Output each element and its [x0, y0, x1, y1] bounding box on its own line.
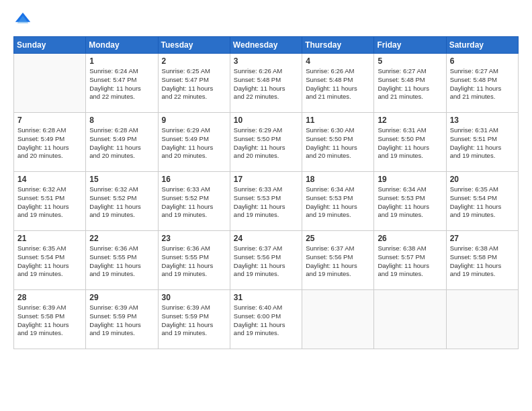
weekday-header: Thursday — [302, 37, 374, 54]
calendar-cell: 8Sunrise: 6:28 AMSunset: 5:49 PMDaylight… — [86, 113, 158, 172]
cell-info: Sunrise: 6:38 AMSunset: 5:58 PMDaylight:… — [450, 244, 515, 279]
cell-info: Sunrise: 6:36 AMSunset: 5:55 PMDaylight:… — [89, 244, 154, 279]
calendar-cell: 30Sunrise: 6:39 AMSunset: 5:59 PMDayligh… — [158, 290, 230, 349]
day-number: 25 — [306, 234, 370, 243]
calendar-cell: 17Sunrise: 6:33 AMSunset: 5:53 PMDayligh… — [230, 172, 302, 231]
calendar-cell: 25Sunrise: 6:37 AMSunset: 5:56 PMDayligh… — [302, 231, 374, 290]
cell-info: Sunrise: 6:39 AMSunset: 5:59 PMDaylight:… — [89, 304, 154, 338]
cell-info: Sunrise: 6:34 AMSunset: 5:53 PMDaylight:… — [306, 185, 370, 220]
day-number: 8 — [89, 116, 154, 125]
cell-info: Sunrise: 6:33 AMSunset: 5:52 PMDaylight:… — [162, 185, 226, 220]
cell-info: Sunrise: 6:35 AMSunset: 5:54 PMDaylight:… — [17, 244, 82, 279]
calendar-cell: 9Sunrise: 6:29 AMSunset: 5:49 PMDaylight… — [158, 113, 230, 172]
calendar-cell: 16Sunrise: 6:33 AMSunset: 5:52 PMDayligh… — [158, 172, 230, 231]
header — [13, 11, 519, 30]
day-number: 15 — [89, 175, 154, 184]
day-number: 17 — [234, 175, 298, 184]
cell-info: Sunrise: 6:31 AMSunset: 5:50 PMDaylight:… — [378, 126, 442, 161]
day-number: 3 — [234, 56, 298, 66]
cell-info: Sunrise: 6:32 AMSunset: 5:52 PMDaylight:… — [89, 185, 154, 220]
day-number: 30 — [162, 293, 226, 302]
cell-info: Sunrise: 6:33 AMSunset: 5:53 PMDaylight:… — [234, 185, 298, 220]
cell-info: Sunrise: 6:31 AMSunset: 5:51 PMDaylight:… — [450, 126, 515, 161]
calendar-week-row: 1Sunrise: 6:24 AMSunset: 5:47 PMDaylight… — [14, 54, 519, 113]
day-number: 11 — [306, 116, 370, 125]
calendar-cell: 23Sunrise: 6:36 AMSunset: 5:55 PMDayligh… — [158, 231, 230, 290]
day-number: 7 — [17, 116, 82, 125]
calendar-cell: 1Sunrise: 6:24 AMSunset: 5:47 PMDaylight… — [86, 54, 158, 113]
day-number: 31 — [234, 293, 298, 302]
weekday-header: Monday — [86, 37, 158, 54]
calendar-cell: 15Sunrise: 6:32 AMSunset: 5:52 PMDayligh… — [86, 172, 158, 231]
calendar-cell: 21Sunrise: 6:35 AMSunset: 5:54 PMDayligh… — [14, 231, 86, 290]
cell-info: Sunrise: 6:30 AMSunset: 5:50 PMDaylight:… — [306, 126, 370, 161]
cell-info: Sunrise: 6:38 AMSunset: 5:57 PMDaylight:… — [378, 244, 442, 279]
weekday-row: SundayMondayTuesdayWednesdayThursdayFrid… — [14, 37, 519, 54]
calendar-week-row: 21Sunrise: 6:35 AMSunset: 5:54 PMDayligh… — [14, 231, 519, 290]
day-number: 28 — [17, 293, 82, 302]
cell-info: Sunrise: 6:34 AMSunset: 5:53 PMDaylight:… — [378, 185, 442, 220]
calendar-cell: 13Sunrise: 6:31 AMSunset: 5:51 PMDayligh… — [446, 113, 518, 172]
day-number: 20 — [450, 175, 515, 184]
cell-info: Sunrise: 6:28 AMSunset: 5:49 PMDaylight:… — [89, 126, 154, 161]
weekday-header: Wednesday — [230, 37, 302, 54]
calendar-week-row: 14Sunrise: 6:32 AMSunset: 5:51 PMDayligh… — [14, 172, 519, 231]
day-number: 9 — [162, 116, 226, 125]
calendar-cell — [374, 290, 446, 349]
cell-info: Sunrise: 6:26 AMSunset: 5:48 PMDaylight:… — [234, 67, 298, 101]
calendar-cell: 3Sunrise: 6:26 AMSunset: 5:48 PMDaylight… — [230, 54, 302, 113]
calendar-cell: 31Sunrise: 6:40 AMSunset: 6:00 PMDayligh… — [230, 290, 302, 349]
calendar-cell: 7Sunrise: 6:28 AMSunset: 5:49 PMDaylight… — [14, 113, 86, 172]
cell-info: Sunrise: 6:32 AMSunset: 5:51 PMDaylight:… — [17, 185, 82, 220]
calendar-table: SundayMondayTuesdayWednesdayThursdayFrid… — [13, 36, 519, 349]
day-number: 1 — [89, 56, 154, 66]
logo — [13, 11, 35, 30]
cell-info: Sunrise: 6:40 AMSunset: 6:00 PMDaylight:… — [234, 304, 298, 338]
cell-info: Sunrise: 6:27 AMSunset: 5:48 PMDaylight:… — [378, 67, 442, 101]
calendar-cell: 18Sunrise: 6:34 AMSunset: 5:53 PMDayligh… — [302, 172, 374, 231]
calendar-cell: 11Sunrise: 6:30 AMSunset: 5:50 PMDayligh… — [302, 113, 374, 172]
day-number: 12 — [378, 116, 442, 125]
calendar-cell: 20Sunrise: 6:35 AMSunset: 5:54 PMDayligh… — [446, 172, 518, 231]
day-number: 18 — [306, 175, 370, 184]
calendar-body: 1Sunrise: 6:24 AMSunset: 5:47 PMDaylight… — [14, 54, 519, 349]
day-number: 10 — [234, 116, 298, 125]
cell-info: Sunrise: 6:37 AMSunset: 5:56 PMDaylight:… — [234, 244, 298, 279]
day-number: 29 — [89, 293, 154, 302]
weekday-header: Sunday — [14, 37, 86, 54]
cell-info: Sunrise: 6:37 AMSunset: 5:56 PMDaylight:… — [306, 244, 370, 279]
calendar-cell: 22Sunrise: 6:36 AMSunset: 5:55 PMDayligh… — [86, 231, 158, 290]
cell-info: Sunrise: 6:28 AMSunset: 5:49 PMDaylight:… — [17, 126, 82, 161]
day-number: 16 — [162, 175, 226, 184]
cell-info: Sunrise: 6:29 AMSunset: 5:49 PMDaylight:… — [162, 126, 226, 161]
calendar-cell: 12Sunrise: 6:31 AMSunset: 5:50 PMDayligh… — [374, 113, 446, 172]
calendar-cell — [302, 290, 374, 349]
calendar-header: SundayMondayTuesdayWednesdayThursdayFrid… — [14, 37, 519, 54]
page: SundayMondayTuesdayWednesdayThursdayFrid… — [0, 0, 532, 411]
calendar-cell: 29Sunrise: 6:39 AMSunset: 5:59 PMDayligh… — [86, 290, 158, 349]
weekday-header: Tuesday — [158, 37, 230, 54]
day-number: 21 — [17, 234, 82, 243]
calendar-week-row: 7Sunrise: 6:28 AMSunset: 5:49 PMDaylight… — [14, 113, 519, 172]
cell-info: Sunrise: 6:39 AMSunset: 5:59 PMDaylight:… — [162, 304, 226, 338]
calendar-cell: 26Sunrise: 6:38 AMSunset: 5:57 PMDayligh… — [374, 231, 446, 290]
calendar-cell: 14Sunrise: 6:32 AMSunset: 5:51 PMDayligh… — [14, 172, 86, 231]
day-number: 6 — [450, 56, 515, 66]
calendar-cell: 24Sunrise: 6:37 AMSunset: 5:56 PMDayligh… — [230, 231, 302, 290]
calendar-cell — [14, 54, 86, 113]
day-number: 23 — [162, 234, 226, 243]
day-number: 14 — [17, 175, 82, 184]
cell-info: Sunrise: 6:29 AMSunset: 5:50 PMDaylight:… — [234, 126, 298, 161]
day-number: 27 — [450, 234, 515, 243]
calendar-cell: 28Sunrise: 6:39 AMSunset: 5:58 PMDayligh… — [14, 290, 86, 349]
day-number: 19 — [378, 175, 442, 184]
calendar-cell: 19Sunrise: 6:34 AMSunset: 5:53 PMDayligh… — [374, 172, 446, 231]
cell-info: Sunrise: 6:25 AMSunset: 5:47 PMDaylight:… — [162, 67, 226, 101]
day-number: 26 — [378, 234, 442, 243]
day-number: 22 — [89, 234, 154, 243]
calendar-cell: 5Sunrise: 6:27 AMSunset: 5:48 PMDaylight… — [374, 54, 446, 113]
logo-icon — [13, 11, 32, 30]
day-number: 5 — [378, 56, 442, 66]
cell-info: Sunrise: 6:24 AMSunset: 5:47 PMDaylight:… — [89, 67, 154, 101]
weekday-header: Friday — [374, 37, 446, 54]
